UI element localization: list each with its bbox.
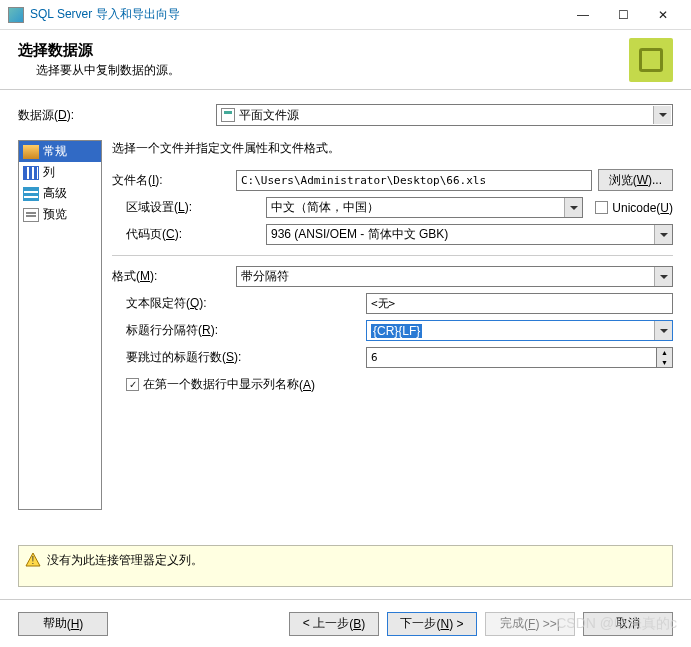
cancel-button[interactable]: 取消 — [583, 612, 673, 636]
headerdelim-label: 标题行分隔符(R): — [126, 322, 360, 339]
warning-text: 没有为此连接管理器定义列。 — [47, 552, 203, 569]
help-button[interactable]: 帮助(H) — [18, 612, 108, 636]
wizard-header: 选择数据源 选择要从中复制数据的源。 — [0, 30, 691, 90]
warning-panel: ! 没有为此连接管理器定义列。 — [18, 545, 673, 587]
codepage-select[interactable]: 936 (ANSI/OEM - 简体中文 GBK) — [266, 224, 673, 245]
dropdown-arrow-icon[interactable] — [564, 198, 582, 217]
sidebar-item-advanced[interactable]: 高级 — [19, 183, 101, 204]
sidebar-nav: 常规 列 高级 预览 — [18, 140, 102, 510]
separator — [112, 255, 673, 256]
format-label: 格式(M): — [112, 268, 230, 285]
sidebar-item-columns[interactable]: 列 — [19, 162, 101, 183]
locale-select[interactable]: 中文（简体，中国） — [266, 197, 583, 218]
browse-button[interactable]: 浏览(W)... — [598, 169, 673, 191]
columns-icon — [23, 166, 39, 180]
advanced-icon — [23, 187, 39, 201]
close-button[interactable]: ✕ — [643, 1, 683, 29]
next-button[interactable]: 下一步(N) > — [387, 612, 477, 636]
filename-input[interactable]: C:\Users\Administrator\Desktop\66.xls — [236, 170, 592, 191]
page-title: 选择数据源 — [18, 41, 629, 60]
checkbox-icon — [126, 378, 139, 391]
general-icon — [23, 145, 39, 159]
preview-icon — [23, 208, 39, 222]
locale-label: 区域设置(L): — [126, 199, 260, 216]
spin-down-icon[interactable]: ▼ — [657, 358, 672, 368]
skiprows-label: 要跳过的标题行数(S): — [126, 349, 360, 366]
datasource-select[interactable]: 平面文件源 — [216, 104, 673, 126]
window-title: SQL Server 导入和导出向导 — [30, 6, 563, 23]
skiprows-spinner[interactable]: 6 ▲▼ — [366, 347, 673, 368]
app-icon — [8, 7, 24, 23]
back-button[interactable]: < 上一步(B) — [289, 612, 379, 636]
filename-label: 文件名(I): — [112, 172, 230, 189]
sidebar-item-preview[interactable]: 预览 — [19, 204, 101, 225]
dropdown-arrow-icon[interactable] — [654, 267, 672, 286]
firstrownames-checkbox[interactable]: 在第一个数据行中显示列名称(A) — [126, 376, 315, 393]
textqualifier-input[interactable]: <无> — [366, 293, 673, 314]
page-subtitle: 选择要从中复制数据的源。 — [36, 62, 629, 79]
finish-button[interactable]: 完成(F) >>| — [485, 612, 575, 636]
format-select[interactable]: 带分隔符 — [236, 266, 673, 287]
flat-file-icon — [221, 108, 235, 122]
minimize-button[interactable]: — — [563, 1, 603, 29]
instruction-text: 选择一个文件并指定文件属性和文件格式。 — [112, 140, 673, 157]
dropdown-arrow-icon[interactable] — [654, 225, 672, 244]
maximize-button[interactable]: ☐ — [603, 1, 643, 29]
headerdelim-select[interactable]: {CR}{LF} — [366, 320, 673, 341]
codepage-label: 代码页(C): — [126, 226, 260, 243]
wizard-footer: 帮助(H) < 上一步(B) 下一步(N) > 完成(F) >>| 取消 — [0, 599, 691, 647]
wizard-icon — [629, 38, 673, 82]
dropdown-arrow-icon[interactable] — [653, 106, 671, 124]
checkbox-icon — [595, 201, 608, 214]
spin-up-icon[interactable]: ▲ — [657, 348, 672, 358]
warning-icon: ! — [25, 552, 41, 568]
unicode-checkbox[interactable]: Unicode(U) — [595, 201, 673, 215]
sidebar-item-general[interactable]: 常规 — [19, 141, 101, 162]
textqualifier-label: 文本限定符(Q): — [126, 295, 360, 312]
datasource-label: 数据源(D): — [18, 107, 208, 124]
svg-text:!: ! — [32, 555, 35, 566]
titlebar: SQL Server 导入和导出向导 — ☐ ✕ — [0, 0, 691, 30]
dropdown-arrow-icon[interactable] — [654, 321, 672, 340]
skiprows-input[interactable]: 6 — [366, 347, 657, 368]
